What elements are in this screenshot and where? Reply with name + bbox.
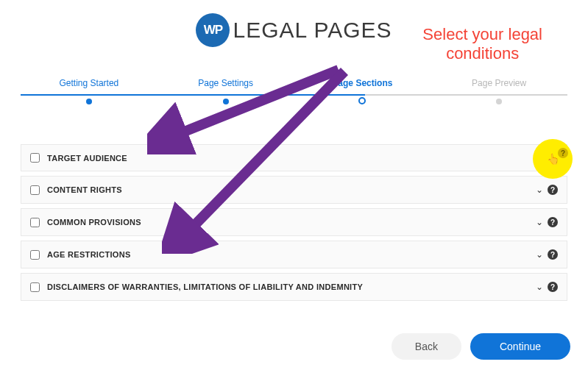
- section-title: CONTENT RIGHTS: [47, 185, 536, 194]
- help-icon[interactable]: ?: [548, 249, 558, 260]
- step-dot-icon: [86, 99, 92, 104]
- section-checkbox[interactable]: [30, 185, 40, 195]
- step-label: Page Settings: [157, 78, 294, 88]
- section-title: AGE RESTRICTIONS: [47, 250, 536, 259]
- help-icon[interactable]: ?: [548, 217, 558, 227]
- pointer-cursor-icon: 👆: [547, 153, 559, 165]
- annotation-line1: Select your legal: [422, 25, 542, 43]
- chevron-down-icon[interactable]: ⌄: [536, 282, 543, 292]
- annotation-line2: conditions: [446, 44, 519, 63]
- section-checkbox[interactable]: [30, 250, 40, 260]
- brand-badge: WP: [196, 13, 230, 47]
- section-common-provisions[interactable]: COMMON PROVISIONS ⌄ ?: [21, 208, 567, 236]
- section-title: TARGET AUDIENCE: [47, 154, 558, 163]
- section-title: COMMON PROVISIONS: [47, 218, 536, 227]
- step-page-settings[interactable]: Page Settings: [157, 78, 294, 107]
- section-checkbox[interactable]: [30, 282, 40, 292]
- step-dot-icon: [358, 97, 366, 104]
- section-checkbox[interactable]: [30, 153, 40, 163]
- section-disclaimers[interactable]: DISCLAIMERS OF WARRANTIES, LIMITATIONS O…: [21, 273, 567, 301]
- brand-name: LEGAL PAGES: [233, 18, 392, 43]
- step-page-preview[interactable]: Page Preview: [431, 78, 567, 107]
- step-label: Page Sections: [294, 78, 431, 88]
- step-dot-icon: [496, 99, 502, 104]
- section-title: DISCLAIMERS OF WARRANTIES, LIMITATIONS O…: [47, 282, 536, 291]
- chevron-down-icon[interactable]: ⌄: [536, 249, 543, 260]
- step-label: Getting Started: [21, 78, 157, 88]
- cursor-highlight: 👆 ?: [533, 139, 573, 179]
- back-button[interactable]: Back: [392, 333, 461, 360]
- help-icon[interactable]: ?: [548, 185, 558, 195]
- progress-stepper: Getting Started Page Settings Page Secti…: [21, 78, 567, 107]
- step-getting-started[interactable]: Getting Started: [21, 78, 157, 107]
- step-label: Page Preview: [431, 78, 567, 88]
- chevron-down-icon[interactable]: ⌄: [536, 185, 543, 195]
- continue-button[interactable]: Continue: [470, 333, 570, 360]
- sections-list: TARGET AUDIENCE 👆 ? CONTENT RIGHTS ⌄ ? C…: [21, 144, 567, 301]
- help-icon[interactable]: ?: [558, 148, 568, 158]
- section-target-audience[interactable]: TARGET AUDIENCE 👆 ?: [21, 144, 567, 171]
- annotation-callout: Select your legal conditions: [422, 25, 542, 64]
- section-age-restrictions[interactable]: AGE RESTRICTIONS ⌄ ?: [21, 241, 567, 268]
- section-content-rights[interactable]: CONTENT RIGHTS ⌄ ?: [21, 176, 567, 204]
- help-icon[interactable]: ?: [548, 282, 558, 292]
- chevron-down-icon[interactable]: ⌄: [536, 217, 543, 227]
- step-page-sections[interactable]: Page Sections: [294, 78, 431, 107]
- section-checkbox[interactable]: [30, 218, 40, 227]
- footer-actions: Back Continue: [392, 333, 570, 360]
- step-dot-icon: [223, 99, 229, 104]
